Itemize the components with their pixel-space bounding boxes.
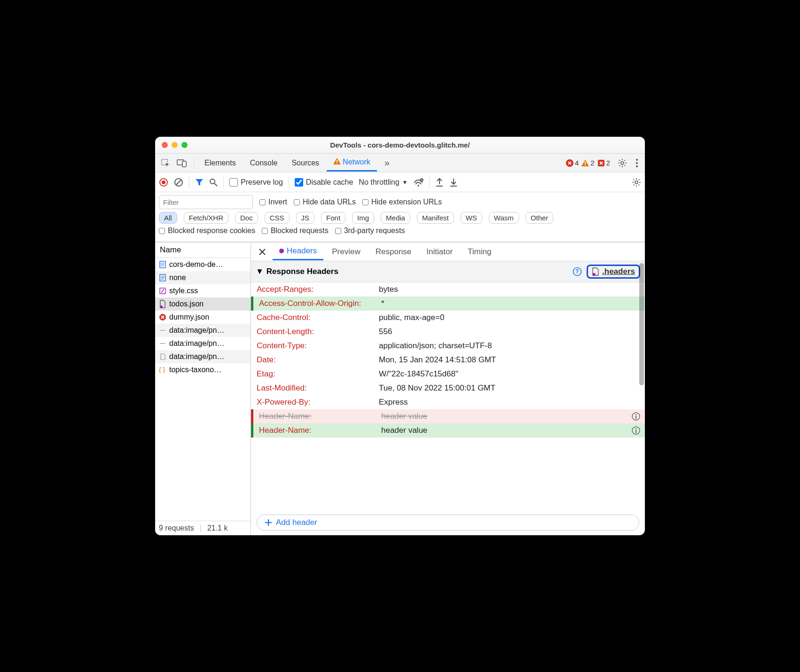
export-har-icon[interactable]: [449, 178, 458, 187]
request-name: style.css: [169, 287, 198, 295]
scrollbar-thumb[interactable]: [639, 263, 644, 385]
titlebar: DevTools - cors-demo-devtools.glitch.me/: [155, 137, 645, 154]
info-icon[interactable]: [632, 426, 640, 435]
name-column-header[interactable]: Name: [155, 242, 251, 258]
hide-extension-urls-checkbox[interactable]: Hide extension URLs: [362, 198, 442, 206]
kebab-menu-icon[interactable]: [632, 158, 642, 168]
third-party-checkbox[interactable]: 3rd-party requests: [335, 227, 405, 235]
type-chip-media[interactable]: Media: [381, 212, 410, 224]
svg-line-18: [214, 183, 217, 186]
device-toggle-icon[interactable]: [174, 159, 190, 167]
network-conditions-icon[interactable]: [413, 178, 424, 187]
preserve-log-checkbox[interactable]: Preserve log: [229, 178, 283, 187]
type-chip-manifest[interactable]: Manifest: [417, 212, 454, 224]
type-chip-img[interactable]: Img: [352, 212, 374, 224]
headers-override-file-link[interactable]: .headers: [587, 265, 640, 279]
tab-elements[interactable]: Elements: [198, 155, 243, 171]
header-row: Access-Control-Allow-Origin:*: [251, 297, 645, 311]
add-header-button[interactable]: Add header: [257, 515, 639, 531]
type-chip-js[interactable]: JS: [296, 212, 315, 224]
tab-preview[interactable]: Preview: [325, 244, 367, 260]
type-chip-wasm[interactable]: Wasm: [489, 212, 519, 224]
import-har-icon[interactable]: [435, 178, 444, 187]
request-row[interactable]: dummy.json: [155, 311, 251, 324]
header-row: Header-Name:header value: [251, 409, 645, 423]
svg-point-42: [635, 414, 637, 415]
svg-rect-43: [635, 416, 636, 419]
svg-point-19: [418, 185, 420, 187]
zoom-window-button[interactable]: [181, 142, 188, 148]
request-row[interactable]: data:image/pn…: [155, 337, 251, 350]
invert-checkbox[interactable]: Invert: [259, 198, 287, 206]
inspect-icon[interactable]: [158, 158, 173, 168]
settings-gear-icon[interactable]: [614, 158, 631, 168]
warning-count-badge[interactable]: 2: [581, 159, 594, 167]
tab-more[interactable]: »: [378, 154, 396, 172]
request-row[interactable]: { }topics-taxono…: [155, 363, 251, 376]
request-row[interactable]: style.css: [155, 284, 251, 297]
minimize-window-button[interactable]: [172, 142, 178, 148]
hide-data-urls-checkbox[interactable]: Hide data URLs: [294, 198, 356, 206]
type-chip-ws[interactable]: WS: [461, 212, 482, 224]
request-row[interactable]: none: [155, 271, 251, 284]
request-name: cors-demo-de…: [169, 260, 223, 269]
header-value: public, max-age=0: [379, 313, 639, 322]
filter-input[interactable]: [159, 195, 253, 209]
info-icon[interactable]: [632, 412, 640, 421]
window-title: DevTools - cors-demo-devtools.glitch.me/: [155, 141, 645, 149]
tab-network[interactable]: Network: [327, 154, 377, 172]
header-row: Content-Type:application/json; charset=U…: [251, 339, 645, 353]
dash-icon: [159, 340, 166, 347]
header-value: 556: [379, 327, 639, 336]
panel-tabbar: Elements Console Sources Network » 4 2 2: [155, 154, 645, 172]
status-badges[interactable]: 4 2 2: [566, 159, 610, 167]
tab-timing[interactable]: Timing: [461, 244, 498, 260]
details-tabs: Headers Preview Response Initiator Timin…: [251, 242, 645, 261]
blocked-cookies-checkbox[interactable]: Blocked response cookies: [159, 227, 255, 235]
separator: [189, 177, 189, 188]
header-value: Mon, 15 Jan 2024 14:51:08 GMT: [379, 355, 639, 365]
request-row[interactable]: data:image/pn…: [155, 350, 251, 363]
close-window-button[interactable]: [162, 142, 168, 148]
header-row: Last-Modified:Tue, 08 Nov 2022 15:00:01 …: [251, 381, 645, 395]
panel-settings-gear-icon[interactable]: [632, 178, 641, 187]
tab-response[interactable]: Response: [369, 244, 418, 260]
response-headers-section[interactable]: ▼ Response Headers ? .headers: [251, 261, 645, 282]
blocked-requests-checkbox[interactable]: Blocked requests: [262, 227, 329, 235]
tab-headers[interactable]: Headers: [273, 243, 323, 260]
warning-triangle-icon: [333, 158, 341, 164]
close-details-button[interactable]: [254, 246, 271, 258]
throttling-select[interactable]: No throttling ▼: [359, 178, 408, 187]
request-row[interactable]: data:image/pn…: [155, 324, 251, 337]
type-chip-css[interactable]: CSS: [265, 212, 290, 224]
tab-console[interactable]: Console: [243, 155, 284, 171]
error-count-badge[interactable]: 4: [566, 159, 579, 167]
error-red-icon: [159, 313, 166, 321]
tab-sources[interactable]: Sources: [285, 155, 326, 171]
svg-rect-46: [635, 430, 636, 433]
type-chip-fetchxhr[interactable]: Fetch/XHR: [184, 212, 228, 224]
type-chip-doc[interactable]: Doc: [235, 212, 258, 224]
disable-cache-checkbox[interactable]: Disable cache: [295, 178, 353, 187]
filter-bar: Invert Hide data URLs Hide extension URL…: [155, 192, 645, 242]
request-row[interactable]: cors-demo-de…: [155, 258, 251, 271]
header-key: X-Powered-By:: [257, 398, 374, 407]
search-icon[interactable]: [209, 178, 218, 187]
clear-icon[interactable]: [174, 178, 183, 187]
svg-rect-3: [337, 160, 337, 162]
header-value: *: [381, 299, 639, 308]
svg-point-14: [162, 180, 165, 184]
header-value: W/"22c-18457c15d68": [379, 369, 639, 379]
request-row[interactable]: todos.json: [155, 297, 251, 311]
issue-count-badge[interactable]: 2: [597, 159, 610, 167]
type-chip-font[interactable]: Font: [321, 212, 345, 224]
record-button[interactable]: [159, 178, 168, 187]
tab-initiator[interactable]: Initiator: [420, 244, 459, 260]
header-row: Header-Name:header value: [251, 423, 645, 438]
header-key: Access-Control-Allow-Origin:: [259, 299, 376, 308]
header-key: Last-Modified:: [257, 383, 374, 393]
type-chip-other[interactable]: Other: [525, 212, 554, 224]
filter-funnel-icon[interactable]: [195, 178, 204, 187]
help-icon[interactable]: ?: [573, 267, 582, 276]
type-chip-all[interactable]: All: [159, 212, 177, 224]
